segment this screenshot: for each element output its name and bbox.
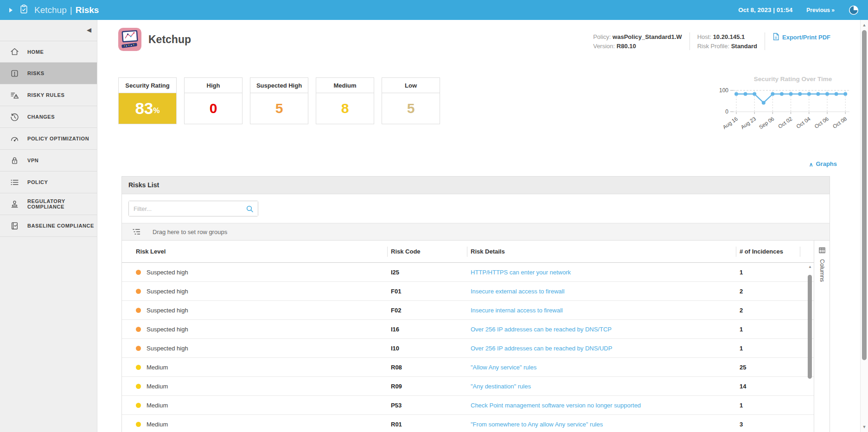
- incidences-cell: 2: [740, 301, 743, 320]
- risk-level-cell: Suspected high: [147, 339, 188, 358]
- version-value: R80.10: [617, 43, 636, 50]
- columns-tool-strip: Columns: [814, 241, 830, 432]
- card-title: Suspected High: [250, 78, 308, 93]
- risk-details-link[interactable]: "Allow Any service" rules: [471, 358, 536, 377]
- svg-text:Oct 06: Oct 06: [814, 116, 830, 129]
- risk-level-dot: [136, 422, 141, 427]
- risk-code-cell: R08: [391, 358, 402, 377]
- device-icon: [118, 28, 141, 51]
- svg-text:Aug 23: Aug 23: [740, 116, 757, 130]
- table-scrollbar-thumb[interactable]: [808, 275, 812, 379]
- table-row[interactable]: Medium P53 Check Point management softwa…: [122, 396, 830, 415]
- risk-level-dot: [136, 270, 141, 275]
- host-value: 10.20.145.1: [713, 33, 745, 40]
- sidebar-item-regulatory-compliance[interactable]: REGULATORY COMPLIANCE: [0, 193, 97, 215]
- risk-level-dot: [136, 365, 141, 370]
- sidebar-item-changes[interactable]: CHANGES: [0, 106, 97, 128]
- risk-level-cell: Medium: [147, 415, 168, 432]
- report-datetime: Oct 8, 2023 | 01:54: [738, 6, 792, 13]
- clipboard-icon: [19, 4, 29, 16]
- table-row[interactable]: Suspected high I10 Over 256 IP addresses…: [122, 339, 830, 358]
- table-row[interactable]: Suspected high F02 Insecure internal acc…: [122, 301, 830, 320]
- table-header-row: Risk Level Risk Code Risk Details # of I…: [122, 241, 830, 263]
- risk-code-cell: I10: [391, 339, 399, 358]
- previous-report-button[interactable]: Previous »: [806, 7, 835, 13]
- risk-level-dot: [136, 346, 141, 351]
- risk-level-dot: [136, 403, 141, 408]
- columns-tab[interactable]: Columns: [814, 241, 830, 282]
- filter-input[interactable]: [129, 201, 258, 216]
- col-header-incidences[interactable]: # of Incidences: [740, 241, 783, 263]
- sidebar-item-policy[interactable]: POLICY: [0, 172, 97, 193]
- risk-details-link[interactable]: Insecure external access to firewall: [471, 282, 564, 301]
- risk-details-link[interactable]: Check Point management software version …: [471, 396, 641, 415]
- risk-code-cell: F01: [391, 282, 401, 301]
- breadcrumb-device: Ketchup: [34, 5, 67, 15]
- col-header-risk-code[interactable]: Risk Code: [391, 241, 421, 263]
- risk-details-link[interactable]: Insecure internal access to firewall: [471, 301, 563, 320]
- sidebar-item-risky-rules[interactable]: RISKY RULES: [0, 84, 97, 106]
- report-cycle-icon[interactable]: [849, 5, 859, 15]
- risk-details-link[interactable]: HTTP/HTTPS can enter your network: [471, 263, 571, 282]
- table-row[interactable]: Medium R09 "Any destination" rules 14: [122, 377, 830, 396]
- page-scrollbar-thumb[interactable]: [862, 30, 867, 360]
- risk-details-link[interactable]: Over 256 IP addresses can be reached by …: [471, 339, 612, 358]
- policy-optimization-icon: [10, 134, 19, 143]
- table-row[interactable]: Suspected high F01 Insecure external acc…: [122, 282, 830, 301]
- sidebar: ◀ HOME RISKS RISKY RULES CHANGES POLICY …: [0, 20, 97, 432]
- sidebar-collapse-icon[interactable]: ◀: [87, 26, 91, 33]
- table-row[interactable]: Suspected high I25 HTTP/HTTPS can enter …: [122, 263, 830, 282]
- divider: [689, 32, 690, 50]
- card-value: 5: [407, 101, 415, 116]
- risk-profile-value: Standard: [731, 43, 757, 50]
- scroll-down-icon[interactable]: ▼: [861, 425, 868, 429]
- risk-details-link[interactable]: "From somewhere to Any allow Any service…: [471, 415, 603, 432]
- scroll-up-icon[interactable]: ▲: [807, 264, 813, 270]
- card-value: 8: [341, 101, 349, 116]
- card-title: Low: [382, 78, 440, 93]
- table-scrollbar[interactable]: ▲: [807, 264, 813, 432]
- risk-level-dot: [136, 308, 141, 313]
- table-row[interactable]: Medium R01 "From somewhere to Any allow …: [122, 415, 830, 432]
- svg-text:0: 0: [725, 108, 728, 115]
- risk-details-link[interactable]: Over 256 IP addresses can be reached by …: [471, 320, 612, 339]
- svg-text:Sep 06: Sep 06: [758, 116, 775, 130]
- svg-text:Oct 04: Oct 04: [795, 115, 811, 129]
- risk-level-cell: Suspected high: [147, 282, 188, 301]
- incidences-cell: 3: [740, 415, 743, 432]
- incidences-cell: 1: [740, 396, 743, 415]
- summary-card: Security Rating 83 %: [118, 77, 177, 124]
- page-scrollbar[interactable]: ▲ ▼: [860, 20, 868, 432]
- scroll-up-icon[interactable]: ▲: [861, 23, 868, 27]
- risk-code-cell: I16: [391, 320, 399, 339]
- svg-text:Aug 16: Aug 16: [721, 116, 739, 130]
- summary-card: Low 5: [382, 77, 440, 124]
- risk-level-cell: Suspected high: [147, 320, 188, 339]
- home-icon: [10, 47, 19, 57]
- table-row[interactable]: Medium R08 "Allow Any service" rules 25: [122, 358, 830, 377]
- card-title: High: [185, 78, 242, 93]
- col-header-risk-level[interactable]: Risk Level: [136, 241, 166, 263]
- col-header-risk-details[interactable]: Risk Details: [471, 241, 505, 263]
- risk-details-link[interactable]: "Any destination" rules: [471, 377, 531, 396]
- sidebar-item-home[interactable]: HOME: [0, 41, 97, 63]
- row-group-dropzone[interactable]: Drag here to set row groups: [122, 223, 830, 241]
- sidebar-item-policy-optimization[interactable]: POLICY OPTIMIZATION: [0, 128, 97, 150]
- security-rating-chart: Security Rating Over Time1000Aug 16Aug 2…: [714, 75, 862, 141]
- risks-list-panel: Risks List: [121, 176, 830, 432]
- sidebar-item-vpn[interactable]: VPN: [0, 150, 97, 172]
- risk-code-cell: P53: [391, 396, 402, 415]
- sidebar-item-baseline-compliance[interactable]: BASELINE COMPLIANCE: [0, 215, 97, 237]
- export-pdf-button[interactable]: Export/Print PDF: [772, 33, 830, 42]
- risk-level-dot: [136, 289, 141, 294]
- columns-grid-icon: [819, 247, 825, 255]
- risk-code-cell: R09: [391, 377, 402, 396]
- table-row[interactable]: Suspected high I16 Over 256 IP addresses…: [122, 320, 830, 339]
- incidences-cell: 14: [740, 377, 746, 396]
- risk-code-cell: R01: [391, 415, 402, 432]
- expand-breadcrumb-icon[interactable]: [9, 8, 13, 13]
- graphs-toggle[interactable]: ∧ Graphs: [809, 160, 837, 167]
- incidences-cell: 1: [740, 320, 743, 339]
- incidences-cell: 25: [740, 358, 746, 377]
- sidebar-item-risks[interactable]: RISKS: [0, 63, 97, 84]
